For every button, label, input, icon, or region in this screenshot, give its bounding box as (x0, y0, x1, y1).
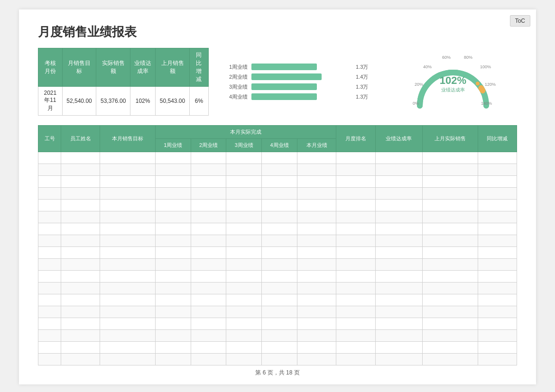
table-row (38, 211, 517, 223)
table-cell (38, 235, 61, 247)
table-cell (336, 164, 375, 176)
table-cell (38, 152, 61, 164)
table-cell (297, 294, 336, 306)
cell-rate: 102% (130, 87, 155, 116)
gauge-label: 业绩达成率 (440, 87, 466, 93)
table-cell (262, 223, 297, 235)
th-id: 工号 (38, 126, 61, 152)
table-cell (297, 176, 336, 188)
table-cell (262, 164, 297, 176)
table-cell (375, 330, 422, 342)
table-cell (61, 271, 100, 283)
weekly-bar-bg-3 (251, 83, 352, 90)
table-row (38, 306, 517, 318)
table-cell (478, 271, 517, 283)
table-cell (226, 294, 262, 306)
table-cell (478, 235, 517, 247)
gauge-percent: 102% (440, 74, 466, 87)
cell-month: 2021年11月 (38, 87, 63, 116)
table-cell (100, 164, 156, 176)
gauge-container: 0%20%40%60%80%100%120%140% 102% 业绩达成率 (413, 51, 493, 113)
table-cell (38, 164, 61, 176)
weekly-value-2: 1.4万 (356, 73, 370, 81)
table-cell (61, 306, 100, 318)
col-last: 上月销售额 (156, 48, 190, 87)
table-row (38, 318, 517, 330)
table-cell (100, 200, 156, 211)
table-cell (375, 318, 422, 330)
table-cell (375, 283, 422, 294)
cell-actual: 53,376.00 (96, 87, 130, 116)
table-cell (155, 176, 191, 188)
table-cell (297, 271, 336, 283)
table-cell (226, 247, 262, 259)
cell-last: 50,543.00 (156, 87, 190, 116)
table-cell (262, 354, 297, 365)
table-cell (336, 152, 375, 164)
table-cell (375, 188, 422, 200)
table-cell (155, 306, 191, 318)
table-cell (191, 247, 226, 259)
table-cell (61, 354, 100, 365)
table-cell (226, 318, 262, 330)
table-cell (297, 188, 336, 200)
weekly-value-3: 1.3万 (356, 83, 370, 91)
table-cell (375, 223, 422, 235)
table-cell (375, 294, 422, 306)
table-cell (423, 271, 478, 283)
table-cell (155, 283, 191, 294)
table-cell (478, 188, 517, 200)
page-title: 月度销售业绩报表 (38, 24, 517, 40)
table-cell (297, 318, 336, 330)
table-cell (38, 211, 61, 223)
th-target: 本月销售目标 (100, 126, 156, 152)
weekly-bar-bg-1 (251, 64, 352, 70)
th-total: 本月业绩 (297, 139, 336, 152)
table-cell (61, 247, 100, 259)
col-month: 考核月份 (38, 48, 63, 87)
table-row (38, 176, 517, 188)
table-cell (155, 223, 191, 235)
table-cell (191, 259, 226, 271)
toc-button[interactable]: ToC (510, 15, 530, 27)
table-cell (336, 176, 375, 188)
table-cell (423, 164, 478, 176)
table-cell (226, 283, 262, 294)
table-cell (336, 294, 375, 306)
table-cell (38, 223, 61, 235)
table-cell (423, 283, 478, 294)
table-cell (61, 152, 100, 164)
table-cell (226, 200, 262, 211)
table-cell (478, 294, 517, 306)
table-cell (375, 271, 422, 283)
table-cell (423, 294, 478, 306)
table-cell (375, 176, 422, 188)
table-cell (155, 330, 191, 342)
table-cell (226, 306, 262, 318)
table-cell (297, 306, 336, 318)
table-cell (423, 342, 478, 354)
table-cell (191, 211, 226, 223)
table-cell (155, 354, 191, 365)
table-cell (262, 259, 297, 271)
table-cell (262, 200, 297, 211)
table-cell (226, 164, 262, 176)
table-cell (155, 200, 191, 211)
table-cell (226, 176, 262, 188)
table-cell (155, 152, 191, 164)
main-table: 工号 员工姓名 本月销售目标 本月实际完成 月度排名 业绩达成率 上月实际销售 … (38, 125, 517, 365)
table-cell (423, 235, 478, 247)
th-weekly-group: 本月实际完成 (155, 126, 336, 139)
table-cell (100, 294, 156, 306)
table-cell (61, 318, 100, 330)
table-cell (336, 235, 375, 247)
main-header-row: 工号 员工姓名 本月销售目标 本月实际完成 月度排名 业绩达成率 上月实际销售 … (38, 126, 517, 139)
table-cell (297, 247, 336, 259)
table-row (38, 330, 517, 342)
summary-row: 2021年11月 52,540.00 53,376.00 102% 50,543… (38, 87, 209, 116)
table-cell (478, 164, 517, 176)
table-row (38, 294, 517, 306)
th-w4: 4周业绩 (262, 139, 297, 152)
table-cell (478, 223, 517, 235)
table-cell (297, 259, 336, 271)
